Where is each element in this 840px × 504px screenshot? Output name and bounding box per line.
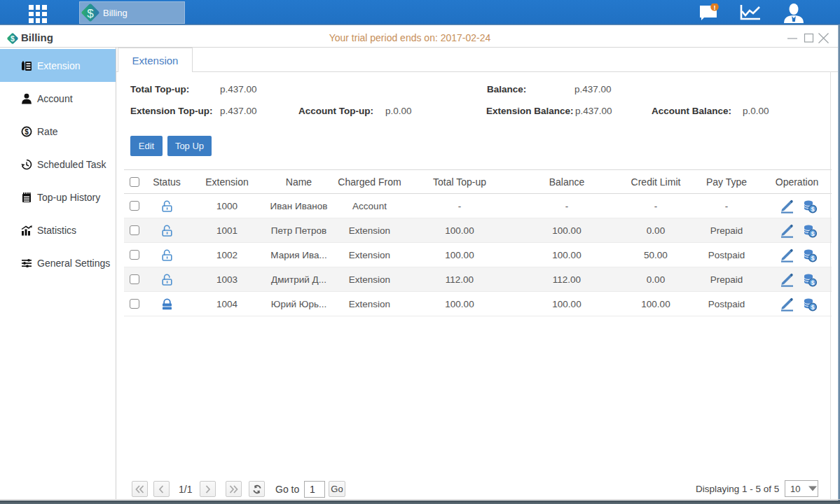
- svg-text:$: $: [811, 230, 814, 237]
- svg-text:!: !: [713, 4, 715, 11]
- svg-text:$: $: [25, 127, 29, 135]
- svg-text:$: $: [87, 7, 94, 20]
- svg-text:$: $: [811, 279, 814, 286]
- svg-text:$: $: [811, 255, 814, 262]
- svg-text:$: $: [811, 304, 814, 311]
- svg-text:$: $: [811, 206, 814, 213]
